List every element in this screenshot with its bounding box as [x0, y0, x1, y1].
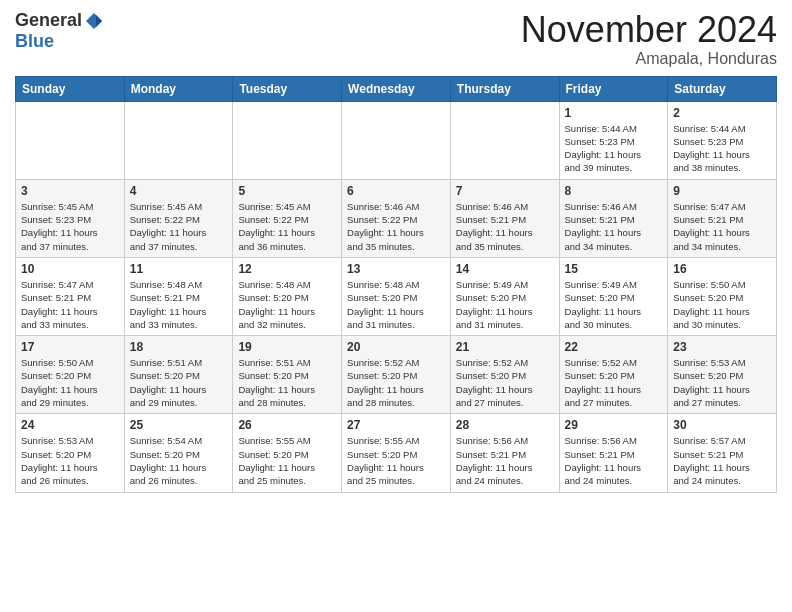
day-info: Sunrise: 5:52 AM Sunset: 5:20 PM Dayligh… — [347, 356, 445, 409]
table-row: 8Sunrise: 5:46 AM Sunset: 5:21 PM Daylig… — [559, 179, 668, 257]
day-number: 27 — [347, 418, 445, 432]
day-number: 17 — [21, 340, 119, 354]
day-info: Sunrise: 5:52 AM Sunset: 5:20 PM Dayligh… — [456, 356, 554, 409]
table-row — [450, 101, 559, 179]
day-info: Sunrise: 5:51 AM Sunset: 5:20 PM Dayligh… — [130, 356, 228, 409]
calendar-header-row: Sunday Monday Tuesday Wednesday Thursday… — [16, 76, 777, 101]
day-info: Sunrise: 5:47 AM Sunset: 5:21 PM Dayligh… — [673, 200, 771, 253]
table-row: 18Sunrise: 5:51 AM Sunset: 5:20 PM Dayli… — [124, 336, 233, 414]
day-info: Sunrise: 5:52 AM Sunset: 5:20 PM Dayligh… — [565, 356, 663, 409]
table-row — [124, 101, 233, 179]
table-row — [233, 101, 342, 179]
day-info: Sunrise: 5:48 AM Sunset: 5:21 PM Dayligh… — [130, 278, 228, 331]
table-row: 13Sunrise: 5:48 AM Sunset: 5:20 PM Dayli… — [342, 257, 451, 335]
col-tuesday: Tuesday — [233, 76, 342, 101]
day-number: 9 — [673, 184, 771, 198]
col-saturday: Saturday — [668, 76, 777, 101]
logo-icon — [84, 11, 104, 31]
day-info: Sunrise: 5:54 AM Sunset: 5:20 PM Dayligh… — [130, 434, 228, 487]
day-info: Sunrise: 5:49 AM Sunset: 5:20 PM Dayligh… — [565, 278, 663, 331]
location-title: Amapala, Honduras — [521, 50, 777, 68]
day-info: Sunrise: 5:46 AM Sunset: 5:21 PM Dayligh… — [456, 200, 554, 253]
day-number: 13 — [347, 262, 445, 276]
table-row: 5Sunrise: 5:45 AM Sunset: 5:22 PM Daylig… — [233, 179, 342, 257]
day-info: Sunrise: 5:50 AM Sunset: 5:20 PM Dayligh… — [673, 278, 771, 331]
table-row: 15Sunrise: 5:49 AM Sunset: 5:20 PM Dayli… — [559, 257, 668, 335]
day-info: Sunrise: 5:45 AM Sunset: 5:22 PM Dayligh… — [238, 200, 336, 253]
day-number: 11 — [130, 262, 228, 276]
title-block: November 2024 Amapala, Honduras — [521, 10, 777, 68]
logo-general-text: General — [15, 10, 82, 31]
day-number: 14 — [456, 262, 554, 276]
table-row — [16, 101, 125, 179]
day-number: 21 — [456, 340, 554, 354]
day-number: 5 — [238, 184, 336, 198]
day-info: Sunrise: 5:48 AM Sunset: 5:20 PM Dayligh… — [347, 278, 445, 331]
table-row: 1Sunrise: 5:44 AM Sunset: 5:23 PM Daylig… — [559, 101, 668, 179]
day-info: Sunrise: 5:57 AM Sunset: 5:21 PM Dayligh… — [673, 434, 771, 487]
table-row: 24Sunrise: 5:53 AM Sunset: 5:20 PM Dayli… — [16, 414, 125, 492]
day-number: 25 — [130, 418, 228, 432]
day-info: Sunrise: 5:49 AM Sunset: 5:20 PM Dayligh… — [456, 278, 554, 331]
table-row: 9Sunrise: 5:47 AM Sunset: 5:21 PM Daylig… — [668, 179, 777, 257]
calendar-table: Sunday Monday Tuesday Wednesday Thursday… — [15, 76, 777, 493]
day-number: 20 — [347, 340, 445, 354]
day-number: 15 — [565, 262, 663, 276]
table-row: 20Sunrise: 5:52 AM Sunset: 5:20 PM Dayli… — [342, 336, 451, 414]
day-info: Sunrise: 5:47 AM Sunset: 5:21 PM Dayligh… — [21, 278, 119, 331]
day-number: 19 — [238, 340, 336, 354]
day-number: 8 — [565, 184, 663, 198]
day-number: 28 — [456, 418, 554, 432]
day-info: Sunrise: 5:44 AM Sunset: 5:23 PM Dayligh… — [673, 122, 771, 175]
table-row: 3Sunrise: 5:45 AM Sunset: 5:23 PM Daylig… — [16, 179, 125, 257]
day-info: Sunrise: 5:45 AM Sunset: 5:23 PM Dayligh… — [21, 200, 119, 253]
col-friday: Friday — [559, 76, 668, 101]
day-info: Sunrise: 5:56 AM Sunset: 5:21 PM Dayligh… — [456, 434, 554, 487]
header: General Blue November 2024 Amapala, Hond… — [15, 10, 777, 68]
table-row: 17Sunrise: 5:50 AM Sunset: 5:20 PM Dayli… — [16, 336, 125, 414]
table-row: 4Sunrise: 5:45 AM Sunset: 5:22 PM Daylig… — [124, 179, 233, 257]
calendar-week-row: 24Sunrise: 5:53 AM Sunset: 5:20 PM Dayli… — [16, 414, 777, 492]
day-info: Sunrise: 5:50 AM Sunset: 5:20 PM Dayligh… — [21, 356, 119, 409]
day-info: Sunrise: 5:55 AM Sunset: 5:20 PM Dayligh… — [347, 434, 445, 487]
day-number: 18 — [130, 340, 228, 354]
col-monday: Monday — [124, 76, 233, 101]
col-thursday: Thursday — [450, 76, 559, 101]
table-row: 19Sunrise: 5:51 AM Sunset: 5:20 PM Dayli… — [233, 336, 342, 414]
table-row: 27Sunrise: 5:55 AM Sunset: 5:20 PM Dayli… — [342, 414, 451, 492]
table-row: 26Sunrise: 5:55 AM Sunset: 5:20 PM Dayli… — [233, 414, 342, 492]
day-number: 29 — [565, 418, 663, 432]
table-row: 6Sunrise: 5:46 AM Sunset: 5:22 PM Daylig… — [342, 179, 451, 257]
table-row: 28Sunrise: 5:56 AM Sunset: 5:21 PM Dayli… — [450, 414, 559, 492]
month-title: November 2024 — [521, 10, 777, 50]
table-row: 23Sunrise: 5:53 AM Sunset: 5:20 PM Dayli… — [668, 336, 777, 414]
day-info: Sunrise: 5:53 AM Sunset: 5:20 PM Dayligh… — [673, 356, 771, 409]
table-row: 10Sunrise: 5:47 AM Sunset: 5:21 PM Dayli… — [16, 257, 125, 335]
table-row: 29Sunrise: 5:56 AM Sunset: 5:21 PM Dayli… — [559, 414, 668, 492]
table-row: 2Sunrise: 5:44 AM Sunset: 5:23 PM Daylig… — [668, 101, 777, 179]
table-row: 12Sunrise: 5:48 AM Sunset: 5:20 PM Dayli… — [233, 257, 342, 335]
calendar-week-row: 1Sunrise: 5:44 AM Sunset: 5:23 PM Daylig… — [16, 101, 777, 179]
day-info: Sunrise: 5:56 AM Sunset: 5:21 PM Dayligh… — [565, 434, 663, 487]
page: General Blue November 2024 Amapala, Hond… — [0, 0, 792, 508]
day-info: Sunrise: 5:53 AM Sunset: 5:20 PM Dayligh… — [21, 434, 119, 487]
day-number: 22 — [565, 340, 663, 354]
table-row: 22Sunrise: 5:52 AM Sunset: 5:20 PM Dayli… — [559, 336, 668, 414]
day-number: 1 — [565, 106, 663, 120]
day-number: 16 — [673, 262, 771, 276]
table-row: 25Sunrise: 5:54 AM Sunset: 5:20 PM Dayli… — [124, 414, 233, 492]
day-info: Sunrise: 5:46 AM Sunset: 5:21 PM Dayligh… — [565, 200, 663, 253]
day-number: 23 — [673, 340, 771, 354]
day-info: Sunrise: 5:55 AM Sunset: 5:20 PM Dayligh… — [238, 434, 336, 487]
day-info: Sunrise: 5:44 AM Sunset: 5:23 PM Dayligh… — [565, 122, 663, 175]
logo-blue-text: Blue — [15, 31, 54, 52]
day-number: 10 — [21, 262, 119, 276]
day-number: 4 — [130, 184, 228, 198]
calendar-week-row: 17Sunrise: 5:50 AM Sunset: 5:20 PM Dayli… — [16, 336, 777, 414]
day-info: Sunrise: 5:48 AM Sunset: 5:20 PM Dayligh… — [238, 278, 336, 331]
svg-marker-1 — [96, 15, 102, 27]
calendar-week-row: 10Sunrise: 5:47 AM Sunset: 5:21 PM Dayli… — [16, 257, 777, 335]
day-number: 26 — [238, 418, 336, 432]
day-number: 30 — [673, 418, 771, 432]
table-row: 11Sunrise: 5:48 AM Sunset: 5:21 PM Dayli… — [124, 257, 233, 335]
